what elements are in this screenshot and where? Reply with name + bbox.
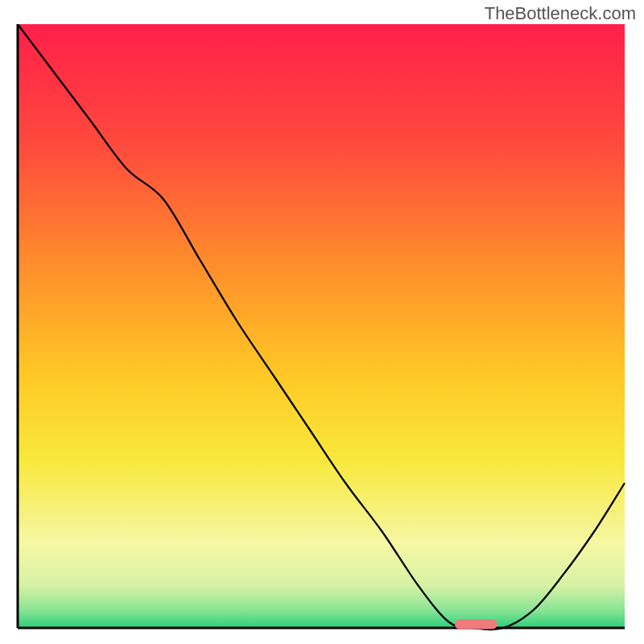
chart-canvas [11, 24, 631, 634]
bottleneck-chart [11, 24, 631, 634]
optimal-marker [455, 620, 497, 630]
plot-background [18, 24, 625, 628]
watermark-text: TheBottleneck.com [485, 3, 636, 24]
